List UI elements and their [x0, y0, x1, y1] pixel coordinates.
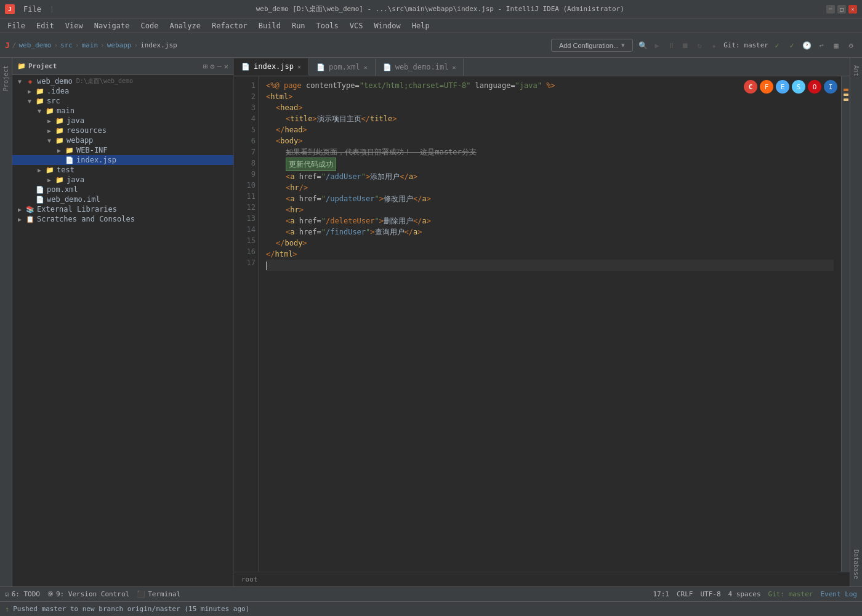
step-icon[interactable]: ⬥ — [707, 39, 720, 52]
tree-item-web-demo[interactable]: ▼ ◈ web_demo D:\桌面\web_demo — [12, 76, 233, 86]
git-branch-item[interactable]: Git: master — [768, 590, 813, 598]
git-settings-icon[interactable]: ⚙ — [845, 39, 857, 52]
git-rollback-icon[interactable]: ↩ — [815, 39, 828, 52]
tab-pom-xml[interactable]: 📄 pom.xml ✕ — [309, 58, 376, 76]
menu-tools[interactable]: Tools — [312, 20, 344, 31]
menu-build[interactable]: Build — [254, 20, 286, 31]
tree-item-resources[interactable]: ▶ 📁 resources — [12, 126, 233, 135]
line-ending-item[interactable]: CRLF — [677, 590, 693, 598]
scroll-marker-yellow — [844, 94, 848, 96]
menu-run[interactable]: Run — [287, 20, 310, 31]
terminal-label: Terminal — [148, 590, 180, 598]
code-line-2: <html> — [266, 91, 834, 102]
git-checkmark2[interactable]: ✓ — [786, 39, 798, 52]
tab-label: web_demo.iml — [395, 63, 449, 71]
position-item[interactable]: 17:1 — [653, 590, 669, 598]
git-checkmark1[interactable]: ✓ — [771, 39, 783, 52]
maximize-button[interactable]: □ — [837, 5, 846, 14]
database-panel-tab[interactable]: Database — [852, 545, 861, 584]
rerun-icon[interactable]: ↻ — [693, 39, 706, 52]
tree-item-extlib[interactable]: ▶ 📚 External Libraries — [12, 204, 233, 214]
menu-edit[interactable]: Edit — [31, 20, 59, 31]
menu-window[interactable]: Window — [369, 20, 405, 31]
tree-label: web_demo.iml — [47, 195, 100, 204]
tree-item-webapp[interactable]: ▼ 📁 webapp — [12, 135, 233, 145]
menu-view[interactable]: View — [60, 20, 88, 31]
tree-item-main[interactable]: ▼ 📁 main — [12, 106, 233, 116]
tree-item-java-main[interactable]: ▶ 📁 java — [12, 116, 233, 126]
menu-file[interactable]: File — [2, 20, 30, 31]
tree-item-webinf[interactable]: ▶ 📁 WEB-INF — [12, 145, 233, 155]
menu-refactor[interactable]: Refactor — [207, 20, 252, 31]
code-line-9: <a href="/addUser">添加用户</a> — [266, 171, 834, 182]
menu-code[interactable]: Code — [136, 20, 164, 31]
code-line-17 — [266, 260, 834, 271]
file-icon: 📄 — [34, 196, 46, 204]
tree-item-webdemoiml[interactable]: 📄 web_demo.iml — [12, 194, 233, 204]
breadcrumb-src[interactable]: src — [60, 41, 73, 49]
breadcrumb-main[interactable]: main — [82, 41, 99, 49]
todo-item[interactable]: ☑ 6: TODO — [5, 590, 40, 598]
gear-icon[interactable]: ⚙ — [210, 62, 214, 71]
tree-item-idea[interactable]: ▶ 📁 .idea — [12, 86, 233, 96]
git-push-icon[interactable]: ▦ — [830, 39, 842, 52]
tree-item-indexjsp[interactable]: 📄 index.jsp — [12, 155, 233, 165]
line-num: 6 — [236, 135, 256, 146]
project-tree: ▼ ◈ web_demo D:\桌面\web_demo ▶ 📁 .idea ▼ … — [12, 75, 233, 586]
tab-close-icon2[interactable]: ✕ — [364, 64, 368, 71]
add-configuration-button[interactable]: Add Configuration... ▾ — [551, 39, 633, 52]
breadcrumb-web-demo[interactable]: web_demo — [18, 41, 51, 49]
tab-close-icon[interactable]: ✕ — [297, 63, 301, 70]
pause-icon[interactable]: ⏸ — [665, 39, 677, 52]
code-line-6: <body> — [266, 135, 834, 146]
terminal-item[interactable]: ⬛ Terminal — [137, 590, 180, 598]
file-icon: 📄 — [34, 186, 46, 194]
indentation-label: 4 spaces — [728, 590, 761, 598]
menu-vcs[interactable]: VCS — [345, 20, 368, 31]
expand-icon[interactable]: — — [217, 62, 222, 71]
close-button[interactable]: ✕ — [848, 5, 857, 14]
editor-content[interactable]: C F E S O I 1 2 3 4 5 6 7 8 9 10 11 12 1… — [234, 76, 850, 572]
close-panel-icon[interactable]: ✕ — [224, 62, 228, 71]
minimize-button[interactable]: ─ — [826, 5, 835, 14]
ant-panel-tab[interactable]: Ant — [852, 60, 861, 81]
breadcrumb-webapp[interactable]: webapp — [107, 41, 132, 49]
tree-label: .idea — [47, 87, 69, 95]
tree-item-test[interactable]: ▶ 📁 test — [12, 165, 233, 175]
version-control-item[interactable]: ⑨ 9: Version Control — [47, 590, 129, 598]
run-icon[interactable]: ▶ — [651, 39, 663, 52]
tree-label: src — [47, 97, 60, 105]
search-run-icon[interactable]: 🔍 — [637, 39, 649, 52]
code-line-4: <title>演示项目主页</title> — [266, 113, 834, 124]
encoding-item[interactable]: UTF-8 — [700, 590, 720, 598]
editor-tabs: 📄 index.jsp ✕ 📄 pom.xml ✕ 📄 web_demo.iml… — [234, 58, 850, 76]
tab-web-demo-iml[interactable]: 📄 web_demo.iml ✕ — [376, 58, 464, 76]
menu-analyze[interactable]: Analyze — [164, 20, 206, 31]
tree-item-pom[interactable]: 📄 pom.xml — [12, 185, 233, 194]
right-scrollbar[interactable] — [841, 76, 850, 572]
scope-icon[interactable]: ⊞ — [203, 62, 207, 71]
menu-help[interactable]: Help — [407, 20, 435, 31]
scroll-marker-yellow2 — [844, 98, 848, 101]
git-history-icon[interactable]: 🕐 — [800, 39, 813, 52]
tree-label: Scratches and Consoles — [37, 215, 135, 223]
stop-icon[interactable]: ⏹ — [679, 39, 691, 52]
menu-file[interactable]: File — [18, 4, 46, 15]
project-tool-button[interactable]: Project — [1, 60, 10, 96]
tree-label: pom.xml — [47, 185, 78, 194]
tree-item-java-test[interactable]: ▶ 📁 java — [12, 175, 233, 185]
menu-navigate[interactable]: Navigate — [89, 20, 135, 31]
breadcrumb-indexjsp[interactable]: index.jsp — [140, 41, 177, 49]
line-num: 15 — [236, 235, 256, 246]
tree-item-scratches[interactable]: ▶ 📋 Scratches and Consoles — [12, 214, 233, 224]
tab-index-jsp[interactable]: 📄 index.jsp ✕ — [234, 58, 309, 76]
tree-item-src[interactable]: ▼ 📁 src — [12, 96, 233, 106]
event-log-item[interactable]: Event Log — [820, 590, 857, 598]
project-header-icon: 📁 — [17, 62, 26, 70]
main-area: Project 📁 Project ⊞ ⚙ — ✕ ▼ ◈ web_demo D… — [0, 58, 862, 586]
code-area[interactable]: <%@ page contentType="text/html;charset=… — [259, 76, 841, 572]
code-line-16: </html> — [266, 249, 834, 260]
indentation-item[interactable]: 4 spaces — [728, 590, 761, 598]
breadcrumb: J / web_demo › src › main › webapp › ind… — [5, 41, 177, 50]
tab-close-icon3[interactable]: ✕ — [452, 64, 456, 71]
